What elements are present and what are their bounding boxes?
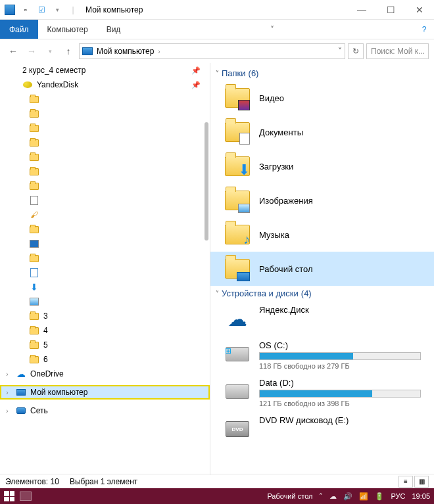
- tree-item-textdoc[interactable]: [0, 265, 210, 280]
- folder-icon: [29, 224, 39, 235]
- tree-item-3[interactable]: 3: [0, 309, 210, 323]
- folder-video[interactable]: Видео: [210, 81, 434, 115]
- search-input[interactable]: Поиск: Мой к...: [366, 43, 429, 59]
- section-devices[interactable]: ˅ Устройства и диски (4): [210, 286, 434, 301]
- drive-icon: [224, 378, 251, 405]
- folder-icon: [224, 84, 251, 112]
- tab-file[interactable]: Файл: [0, 20, 38, 39]
- system-tray: Рабочий стол ˄ ☁ 🔊 📶 🔋 РУС 19:05: [267, 492, 430, 501]
- image-icon: [29, 296, 39, 307]
- qat-properties-icon[interactable]: ▫: [18, 3, 33, 17]
- drive-usage-bar: [259, 390, 421, 398]
- folder-icon: [29, 340, 39, 350]
- folder-icon: [29, 354, 39, 365]
- tab-computer[interactable]: Компьютер: [38, 20, 97, 39]
- folder-music[interactable]: ♪ Музыка: [210, 218, 434, 252]
- device-yandex[interactable]: ☁ Яндекс.Диск: [210, 301, 434, 336]
- up-button[interactable]: ↑: [60, 43, 76, 59]
- textdoc-icon: [29, 267, 39, 278]
- item-label: DVD RW дисковод (E:): [259, 415, 421, 425]
- tree-item-folder[interactable]: [0, 106, 210, 121]
- qat-dropdown-icon[interactable]: ▾: [50, 3, 64, 17]
- start-button[interactable]: [4, 491, 14, 501]
- maximize-button[interactable]: ☐: [376, 0, 405, 20]
- tray-cloud-icon[interactable]: ☁: [329, 492, 337, 501]
- tree-item-4[interactable]: 4: [0, 323, 210, 338]
- tray-up-icon[interactable]: ˄: [319, 492, 323, 501]
- folder-downloads[interactable]: ⬇ Загрузки: [210, 149, 434, 183]
- drive-usage-bar: [259, 352, 421, 360]
- video-overlay-icon: [238, 100, 250, 110]
- folder-icon: [29, 181, 39, 191]
- tree-item-folder[interactable]: [0, 92, 210, 106]
- taskbar-app-icon[interactable]: [20, 492, 32, 501]
- drive-name: Data (D:): [259, 378, 421, 388]
- drive-free-text: 121 ГБ свободно из 398 ГБ: [259, 400, 421, 407]
- tree-item-folder[interactable]: [0, 150, 210, 164]
- title-bar: ▫ ☑ ▾ | Мой компьютер — ☐ ✕: [0, 0, 434, 20]
- tree-item-6[interactable]: 6: [0, 352, 210, 367]
- tree-item-folder[interactable]: [0, 251, 210, 265]
- content-pane: ˅ Папки (6) Видео Документы ⬇ Загрузки И…: [210, 63, 434, 475]
- tree-item-doc[interactable]: [0, 193, 210, 208]
- expand-icon[interactable]: ›: [3, 407, 12, 415]
- tray-clock[interactable]: 19:05: [412, 492, 430, 500]
- refresh-button[interactable]: ↻: [348, 43, 364, 59]
- tab-view[interactable]: Вид: [97, 20, 130, 39]
- tree-item-network[interactable]: › Сеть: [0, 403, 210, 418]
- address-bar[interactable]: Мой компьютер › ˅: [79, 43, 345, 59]
- drive-icon: ⊞: [224, 340, 251, 368]
- image-icon: [29, 239, 39, 249]
- address-chevron-icon[interactable]: ›: [158, 48, 160, 55]
- folder-desktop[interactable]: Рабочий стол: [210, 252, 434, 286]
- tree-item-image[interactable]: [0, 237, 210, 251]
- tree-item-folder[interactable]: [0, 222, 210, 237]
- navigation-bar: ← → ▾ ↑ Мой компьютер › ˅ ↻ Поиск: Мой к…: [0, 39, 434, 63]
- tree-label: 5: [43, 340, 48, 350]
- help-icon[interactable]: ?: [414, 20, 434, 39]
- view-icons-button[interactable]: ▦: [414, 476, 429, 488]
- folder-documents[interactable]: Документы: [210, 115, 434, 149]
- expand-icon[interactable]: ›: [3, 371, 12, 378]
- tree-item-course[interactable]: 2 курс_4 семестр 📌: [0, 63, 210, 78]
- tray-volume-icon[interactable]: 🔊: [343, 492, 352, 501]
- view-details-button[interactable]: ≡: [398, 476, 413, 488]
- taskbar[interactable]: Рабочий стол ˄ ☁ 🔊 📶 🔋 РУС 19:05: [0, 488, 434, 504]
- close-button[interactable]: ✕: [405, 0, 434, 20]
- item-label: Документы: [259, 127, 303, 137]
- tray-battery-icon[interactable]: 🔋: [375, 492, 384, 501]
- pin-icon[interactable]: 📌: [191, 66, 201, 75]
- tree-item-mycomputer[interactable]: › Мой компьютер: [0, 385, 210, 400]
- back-button[interactable]: ←: [5, 43, 21, 59]
- window-title: Мой компьютер: [85, 5, 143, 14]
- tree-item-folder[interactable]: [0, 179, 210, 193]
- expand-icon[interactable]: ›: [3, 389, 12, 396]
- tree-item-download[interactable]: ⬇: [0, 280, 210, 294]
- minimize-button[interactable]: —: [347, 0, 376, 20]
- tree-item-5[interactable]: 5: [0, 338, 210, 352]
- tree-item-folder[interactable]: [0, 164, 210, 179]
- tray-language[interactable]: РУС: [391, 492, 405, 500]
- app-icon[interactable]: [3, 3, 17, 17]
- recent-dropdown-icon[interactable]: ▾: [42, 43, 58, 59]
- tree-item-onedrive[interactable]: › ☁ OneDrive: [0, 367, 210, 381]
- tree-item-image[interactable]: [0, 294, 210, 309]
- section-folders[interactable]: ˅ Папки (6): [210, 66, 434, 81]
- qat-checkbox-icon[interactable]: ☑: [34, 3, 49, 17]
- tree-item-paint[interactable]: 🖌: [0, 208, 210, 222]
- scrollbar-thumb[interactable]: [205, 122, 208, 241]
- tree-item-folder[interactable]: [0, 121, 210, 135]
- tree-item-folder[interactable]: [0, 135, 210, 150]
- tree-item-yandexdisk[interactable]: YandexDisk 📌: [0, 78, 210, 92]
- folder-images[interactable]: Изображения: [210, 183, 434, 218]
- device-data[interactable]: Data (D:) 121 ГБ свободно из 398 ГБ: [210, 374, 434, 411]
- ribbon-toggle-icon[interactable]: ˅: [262, 20, 282, 39]
- tray-label[interactable]: Рабочий стол: [267, 492, 312, 500]
- forward-button[interactable]: →: [24, 43, 39, 59]
- address-dropdown-icon[interactable]: ˅: [338, 47, 342, 56]
- folder-icon: [29, 253, 39, 263]
- device-os[interactable]: ⊞ OS (C:) 118 ГБ свободно из 279 ГБ: [210, 336, 434, 374]
- device-dvd[interactable]: DVD DVD RW дисковод (E:): [210, 411, 434, 447]
- tray-network-icon[interactable]: 📶: [359, 492, 368, 501]
- pin-icon[interactable]: 📌: [191, 81, 201, 89]
